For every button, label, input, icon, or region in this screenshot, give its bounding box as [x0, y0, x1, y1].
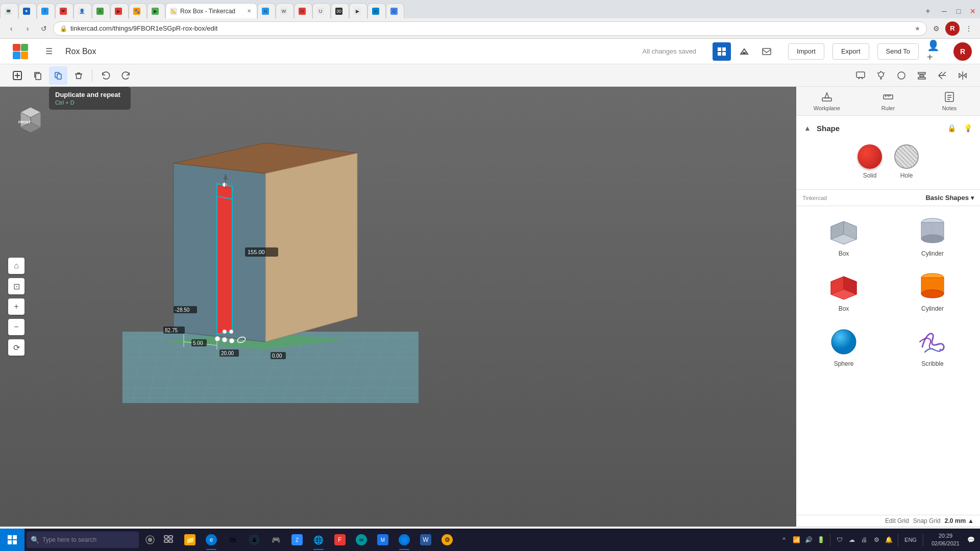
battery-icon[interactable]: 🔋 [816, 535, 826, 545]
taskbar-pin-chrome[interactable]: 🌐 [308, 529, 329, 551]
idea-btn[interactable] [872, 66, 890, 85]
browser-tab[interactable]: 👤 [74, 3, 92, 18]
tray-print[interactable]: 🖨 [859, 535, 869, 545]
reload-btn[interactable]: ↺ [37, 21, 51, 36]
user-avatar[interactable]: R [953, 42, 972, 61]
browser-tab[interactable]: N [257, 3, 276, 18]
menu-btn[interactable]: ⋮ [962, 21, 976, 36]
shape-item-sphere-blue[interactable]: Sphere [802, 322, 885, 371]
cortana-btn[interactable] [141, 531, 159, 549]
ruler-tab[interactable]: Ruler [857, 87, 919, 115]
flip-btn[interactable] [933, 66, 951, 85]
maximize-btn[interactable]: □ [951, 4, 966, 18]
language-indicator[interactable]: ENG [902, 537, 919, 543]
lock-shape-btn[interactable]: 🔒 [945, 122, 958, 134]
browser-tab[interactable]: M [294, 3, 312, 18]
tray-settings[interactable]: ⚙ [871, 535, 881, 545]
shape-item-box-red[interactable]: Box [802, 267, 885, 316]
add-user-btn[interactable]: 👤+ [927, 42, 945, 61]
close-btn[interactable]: ✕ [966, 4, 980, 18]
mirror-btn[interactable] [953, 66, 972, 85]
taskbar-pin-steam[interactable]: ♟ [244, 529, 264, 551]
send-view-btn[interactable] [757, 42, 776, 61]
forward-btn[interactable]: › [20, 21, 35, 36]
browser-tab[interactable]: 🐾 [129, 3, 147, 18]
light-shape-btn[interactable]: 💡 [962, 122, 974, 134]
taskbar-pin-zoom[interactable]: Z [287, 529, 307, 551]
taskbar-pin-meet[interactable]: M [373, 529, 393, 551]
library-selector[interactable]: Basic Shapes ▾ [925, 194, 974, 202]
collapse-shape-btn[interactable]: ▲ [802, 123, 813, 133]
undo-btn[interactable] [96, 66, 115, 85]
home-view-btn[interactable]: ⌂ [8, 258, 24, 274]
taskbar-pin-fusion[interactable]: ⚙ [437, 529, 457, 551]
tray-hidden-icons[interactable]: ^ [779, 535, 789, 545]
duplicate-btn[interactable]: Duplicate and repeat Ctrl + D [49, 66, 67, 85]
browser-tab-active[interactable]: 📐 Rox Box - Tinkercad ✕ [165, 3, 257, 18]
shape-item-scribble[interactable]: Scribble [891, 322, 974, 371]
export-btn[interactable]: Export [832, 43, 869, 60]
edit-grid-label[interactable]: Edit Grid [885, 517, 909, 524]
grid-view-btn[interactable] [713, 42, 731, 61]
extensions-btn[interactable]: ⚙ [929, 21, 943, 36]
browser-tab[interactable]: ❤ [55, 3, 74, 18]
send-to-btn[interactable]: Send To [877, 43, 919, 60]
taskbar-pin-flipper[interactable]: F [330, 529, 350, 551]
start-button[interactable] [0, 529, 24, 551]
taskbar-pin-files[interactable]: 📁 [180, 529, 200, 551]
fit-view-btn[interactable]: ⊡ [8, 278, 24, 294]
canvas-area[interactable]: FRONT [0, 87, 796, 527]
zoom-out-btn[interactable]: − [8, 319, 24, 335]
taskbar-pin-gaming[interactable]: 🎮 [265, 529, 286, 551]
hamburger-menu-btn[interactable]: ☰ [41, 43, 57, 60]
browser-tab[interactable]: A [92, 3, 110, 18]
browser-tab[interactable]: ▶ [349, 3, 368, 18]
taskbar-pin-store[interactable]: 🛍 [223, 529, 243, 551]
browser-tab[interactable]: f [37, 3, 55, 18]
browser-tab[interactable]: G [386, 3, 404, 18]
tray-sync[interactable]: ☁ [847, 535, 857, 545]
browser-tab[interactable]: 30 [331, 3, 349, 18]
network-icon[interactable]: 📶 [791, 535, 801, 545]
shape-item-cylinder-grey[interactable]: Cylinder [891, 212, 974, 261]
orbit-btn[interactable]: ⟳ [8, 339, 24, 356]
task-view-btn[interactable] [159, 531, 178, 549]
taskbar-pin-arduino[interactable]: ∞ [351, 529, 372, 551]
taskbar-pin-edge2[interactable]: 🌀 [394, 529, 414, 551]
browser-tab[interactable]: U [312, 3, 331, 18]
browser-tab[interactable]: 💻 [0, 3, 18, 18]
minimize-btn[interactable]: ─ [937, 4, 951, 18]
align-btn[interactable] [913, 66, 931, 85]
create-shape-btn[interactable] [8, 66, 27, 85]
action-center-icon[interactable]: 💬 [966, 535, 976, 545]
snap-up-arrow[interactable]: ▲ [968, 517, 974, 524]
browser-tab[interactable]: in [368, 3, 386, 18]
delete-btn[interactable] [69, 66, 88, 85]
volume-icon[interactable]: 🔊 [803, 535, 814, 545]
shape-item-cylinder-orange[interactable]: Cylinder [891, 267, 974, 316]
build-view-btn[interactable] [735, 42, 753, 61]
snap-value-display[interactable]: 2.0 mm ▲ [945, 517, 974, 524]
browser-tab[interactable]: ✦ [18, 3, 37, 18]
address-bar[interactable]: 🔒 tinkercad.com/things/9FBOR1eSGpR-rox-b… [53, 21, 927, 36]
back-btn[interactable]: ‹ [4, 21, 18, 36]
taskbar-pin-word[interactable]: W [415, 529, 436, 551]
taskbar-search[interactable]: 🔍 Type here to search [27, 532, 139, 548]
copy-btn[interactable] [29, 66, 47, 85]
shape-item-box-grey[interactable]: Box [802, 212, 885, 261]
browser-tab[interactable]: W [276, 3, 294, 18]
shape-view-btn[interactable] [892, 66, 911, 85]
redo-btn[interactable] [117, 66, 135, 85]
hole-option[interactable]: Hole [894, 144, 919, 179]
import-btn[interactable]: Import [788, 43, 824, 60]
notes-tab[interactable]: Notes [919, 87, 980, 115]
tray-notifications[interactable]: 🔔 [884, 535, 894, 545]
tray-antivirus[interactable]: 🛡 [835, 535, 845, 545]
nav-cube[interactable]: FRONT [10, 97, 51, 138]
solid-option[interactable]: Solid [857, 144, 882, 179]
zoom-in-btn[interactable]: + [8, 298, 24, 315]
browser-tab[interactable]: ▶ [110, 3, 129, 18]
profile-btn[interactable]: R [945, 21, 960, 36]
system-clock[interactable]: 20:29 02/06/2021 [927, 532, 964, 548]
new-tab-button[interactable]: + [921, 4, 935, 18]
